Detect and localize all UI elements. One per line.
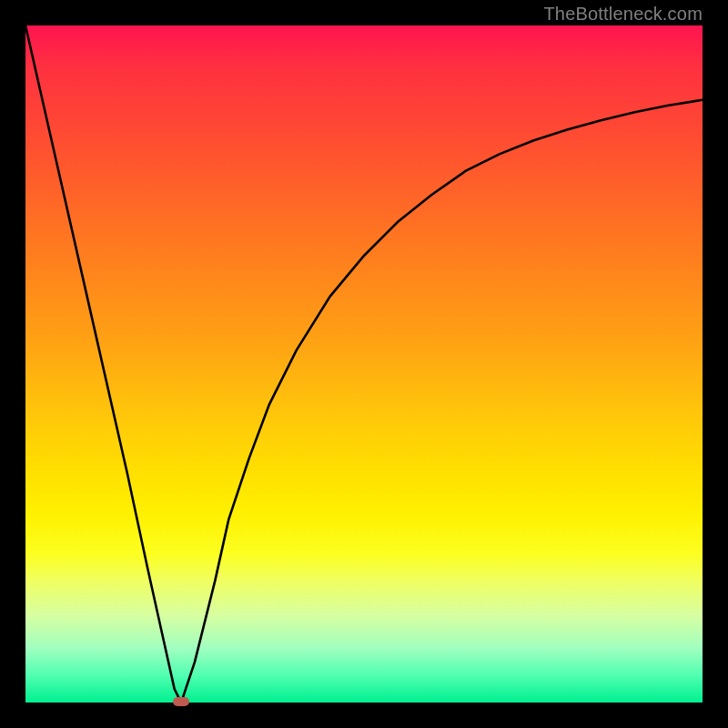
curve-svg <box>25 25 703 703</box>
plot-area <box>25 25 703 703</box>
watermark-text: TheBottleneck.com <box>543 4 703 25</box>
optimal-marker <box>173 697 189 706</box>
bottleneck-curve <box>25 25 703 703</box>
chart-frame: TheBottleneck.com <box>0 0 728 728</box>
